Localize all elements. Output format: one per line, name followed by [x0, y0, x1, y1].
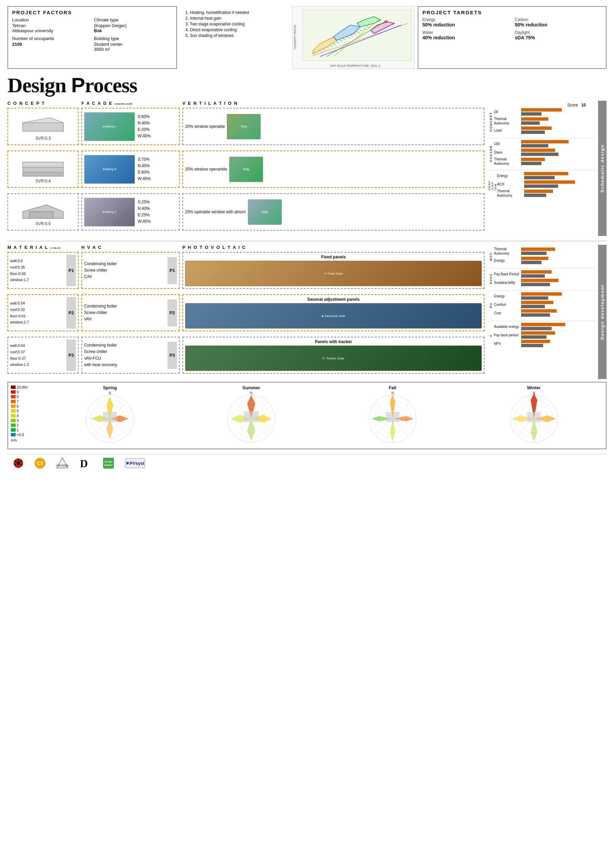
score-title-row: Score 10 — [488, 103, 596, 107]
svg-text:D: D — [80, 457, 88, 469]
legend-8-label: 8 — [17, 395, 19, 399]
svg-point-9 — [340, 40, 341, 41]
facade-text-2: S:70%N:45%E:60%W:45% — [138, 156, 150, 183]
svg-point-7 — [333, 43, 334, 44]
cost-bar-o — [521, 309, 557, 313]
svg-rect-45 — [23, 167, 64, 172]
summer-wind-rose-col: Summer N — [182, 385, 321, 446]
facade-img-3: Building C — [84, 198, 135, 226]
pv2-section-vert: V — [488, 323, 494, 348]
mat-box-3: wall:0.54roof:0.37floor:0.37window:1.2 P… — [8, 337, 79, 374]
wind-legend: 10.00< 9 8 7 6 5 4 3 2 1 <0.0 m/s — [11, 385, 38, 446]
facade-col-header: F A C A D E shading,wwr — [81, 101, 180, 106]
building-svg-2 — [19, 155, 67, 177]
ae-bar-o — [521, 323, 565, 326]
logo-c5: C5 — [34, 457, 46, 469]
carbon-value: 50% reduction — [515, 22, 602, 28]
winter-label: Winter — [527, 385, 540, 390]
legend-9-label: 9 — [17, 390, 19, 394]
ae-bars — [521, 323, 596, 330]
dev-row-2: wall:0.54roof:0.32floor:0.61window:2.7 P… — [8, 294, 484, 334]
svg-point-8 — [336, 41, 337, 43]
svr-label-3: SVR:0.5 — [36, 222, 51, 226]
e1-bars — [524, 172, 596, 179]
avail-energy-label: Available energy — [494, 324, 521, 329]
pv-metrics: Energy Comfort — [494, 292, 596, 318]
mat-text-1: wall:0.6roof:0.35floor:0.56window:1.7 — [10, 258, 64, 283]
svg-rect-93 — [386, 412, 399, 422]
energy-target: Energy 50% reduction — [422, 17, 510, 28]
legend-7: 7 — [11, 400, 38, 403]
building-svg-3 — [19, 198, 67, 220]
facade-text-3: S:25%N:40%E:25%W:45% — [138, 199, 150, 225]
c5-icon: C5 — [34, 457, 46, 469]
legend-7-label: 7 — [17, 400, 19, 403]
occupants-value: 2100 — [12, 42, 90, 52]
design-dev-section: M A T E R I A L u-value H V A C P H O T … — [8, 245, 606, 379]
ta2-bar-gray — [521, 162, 541, 165]
hvac-box-1: Condensing boilerScrew chillerCAV P1 — [81, 252, 180, 289]
svg-rect-0 — [303, 10, 411, 61]
facade-box-1: Building A S:60%N:40%E:20%W:40% — [81, 108, 180, 145]
sep-1 — [488, 138, 596, 138]
dev-right: MAT. Thermal Autonomy Energy — [484, 245, 606, 379]
water-label: Water — [422, 30, 510, 35]
legend-6-label: 6 — [17, 404, 19, 408]
daylight-target: Daylight sDA 75% — [515, 30, 602, 40]
concept-box-3: SVR:0.5 — [8, 193, 79, 231]
vent-text-3: 25% operable window with atrium — [185, 209, 246, 215]
logo-designbuilder: Design Builder — [102, 457, 115, 469]
pv-score-block: PV Energy Comfort — [488, 292, 596, 318]
score-max: 10 — [581, 103, 586, 107]
svg-rect-108 — [527, 412, 541, 422]
svg-text:HUMIDITY RATIO: HUMIDITY RATIO — [293, 25, 297, 50]
svg-text:ARCHSIM: ARCHSIM — [56, 464, 68, 467]
facade-section-vert: FACADE — [488, 140, 494, 167]
pv-label-1: Fixed panels — [321, 255, 346, 259]
svg-text:N: N — [391, 392, 394, 395]
pbp-bar-g — [521, 274, 545, 278]
svg-point-31 — [365, 28, 366, 30]
svg-point-23 — [338, 42, 339, 43]
npv-bars — [521, 340, 596, 347]
thermal-autonomy-metric-2: Thermal Autonomy — [494, 157, 596, 166]
passive-item-1: Heating, humidification if needed — [190, 10, 285, 15]
svg-rect-44 — [23, 162, 64, 167]
passive-list: Heating, humidification if needed Intern… — [185, 10, 285, 38]
concept-box-2: SVR:0.4 — [8, 150, 79, 188]
hvac-label-p2: P2 — [167, 299, 177, 327]
pv-img-3: ⟳ Tracker Solar — [185, 346, 482, 371]
schematic-row-3: SVR:0.5 Building C S:25%N:40%E:25%W:45% … — [8, 193, 484, 233]
sep-5 — [488, 321, 596, 321]
ach-label: ACH — [497, 182, 524, 186]
logo-archsim: ARCHSIM — [56, 457, 68, 469]
spring-wind-rose-col: Spring N N — [41, 385, 179, 446]
building-type: Student center — [94, 42, 172, 47]
ach-bar-orange — [524, 180, 575, 184]
material-section-vert: MAT. — [488, 247, 494, 265]
pv-section-vert: PV — [488, 292, 494, 318]
ach-bar-gray — [524, 184, 558, 188]
schematic-right: Score 10 CONCEPT DF — [484, 101, 606, 236]
mat-thermal-auto-label: Thermal Autonomy — [494, 247, 521, 256]
ladybug-icon — [13, 458, 24, 468]
targets-grid: Energy 50% reduction Carbon 50% reductio… — [422, 17, 602, 40]
e1-bar-orange — [524, 172, 568, 175]
svg-point-116 — [21, 464, 22, 465]
udi-label: UDI — [494, 142, 521, 146]
legend-3-label: 3 — [17, 418, 19, 423]
svg-point-10 — [343, 38, 344, 39]
energy-value: 50% reduction — [422, 22, 510, 28]
comfort-metric: Comfort — [494, 301, 596, 308]
pvsyst-icon: ☀PVsyst — [125, 458, 145, 468]
svg-text:Builder: Builder — [104, 464, 113, 466]
pve-bars — [521, 292, 596, 300]
concept-box-1: SVR:0.3 — [8, 108, 79, 145]
facade-img-1: Building A — [84, 112, 135, 141]
svg-point-15 — [360, 29, 361, 31]
svg-point-21 — [331, 45, 332, 47]
svg-marker-91 — [390, 419, 395, 442]
wind-unit: m/s — [11, 438, 38, 442]
udi-bar-orange — [521, 140, 569, 143]
logo-pvsyst: ☀PVsyst — [125, 458, 145, 468]
